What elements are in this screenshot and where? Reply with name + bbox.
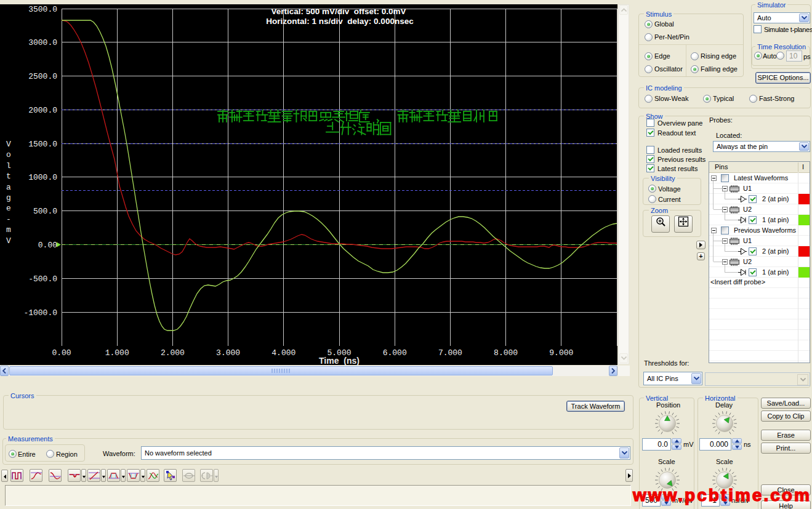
svg-text:Vertical: 500 mV/div offset:: Vertical: 500 mV/div offset: 0.0mV	[271, 7, 406, 16]
svg-text:2.000: 2.000	[161, 348, 185, 358]
svg-text:0.00: 0.00	[52, 348, 71, 358]
svg-text:Horizontal: 1 ns/div delay: 0: Horizontal: 1 ns/div delay: 0.000nsec	[266, 17, 414, 26]
svg-text:2000.0: 2000.0	[28, 106, 57, 115]
svg-text:1.000: 1.000	[105, 348, 129, 358]
svg-text:Time (ns): Time (ns)	[319, 356, 360, 365]
svg-text:0.00: 0.00	[38, 241, 57, 250]
svg-text:3500.0: 3500.0	[28, 5, 57, 14]
svg-text:2500.0: 2500.0	[28, 72, 57, 81]
svg-text:-1000.0: -1000.0	[23, 308, 57, 318]
svg-text:6.000: 6.000	[383, 348, 407, 358]
svg-text:8.000: 8.000	[494, 348, 518, 358]
svg-text:-: -	[6, 215, 11, 224]
svg-text:V: V	[6, 140, 11, 149]
svg-text:3.000: 3.000	[216, 348, 240, 358]
svg-text:e: e	[6, 204, 11, 213]
svg-text:t: t	[6, 172, 11, 181]
svg-text:3000.0: 3000.0	[28, 38, 57, 47]
svg-text:l: l	[6, 161, 11, 170]
svg-text:4.000: 4.000	[271, 348, 295, 358]
svg-text:g: g	[6, 193, 11, 202]
svg-text:o: o	[6, 150, 11, 159]
svg-text:500.0: 500.0	[33, 207, 57, 216]
svg-text:-500.0: -500.0	[28, 275, 57, 284]
svg-text:1500.0: 1500.0	[28, 140, 57, 149]
svg-text:V: V	[6, 236, 11, 246]
svg-text:1000.0: 1000.0	[28, 173, 57, 182]
svg-text:9.000: 9.000	[549, 348, 573, 358]
svg-text:a: a	[6, 183, 11, 192]
svg-text:7.000: 7.000	[438, 348, 462, 358]
svg-text:m: m	[6, 225, 11, 234]
